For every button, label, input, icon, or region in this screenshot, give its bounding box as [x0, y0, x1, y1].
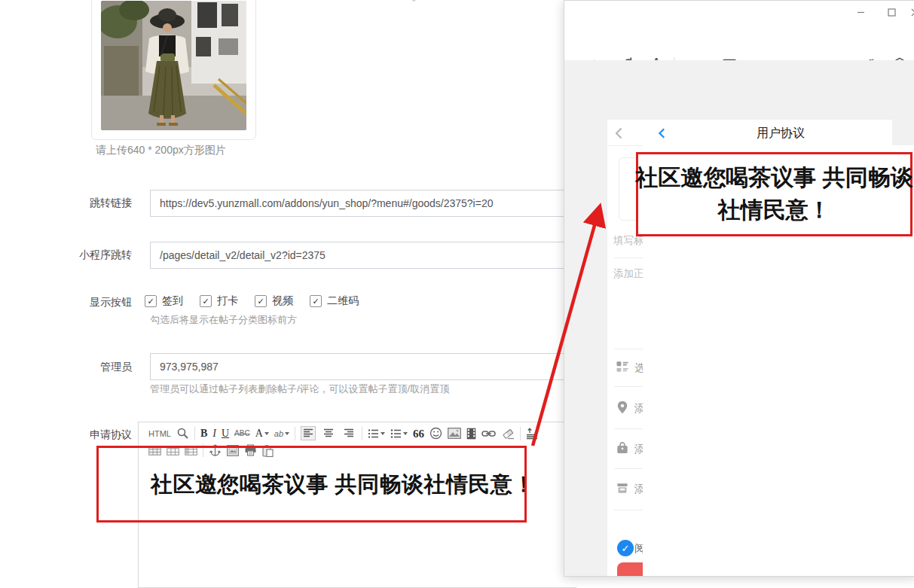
- toolbar-separator: [520, 427, 521, 440]
- checkbox-icon[interactable]: ✓: [255, 295, 267, 307]
- show-buttons-help: 勾选后将显示在帖子分类图标前方: [150, 313, 297, 327]
- italic-button[interactable]: I: [212, 427, 216, 440]
- indent-button[interactable]: [526, 428, 538, 440]
- checkbox-label: 签到: [162, 294, 183, 308]
- page-title: 用户协议: [668, 126, 894, 142]
- emoji-button[interactable]: [429, 427, 442, 440]
- jump-link-label: 跳转链接: [72, 197, 132, 210]
- location-icon[interactable]: [615, 400, 630, 418]
- ordered-list-button[interactable]: [368, 428, 385, 439]
- window-titlebar[interactable]: [564, 1, 914, 23]
- show-buttons-group: ✓ 签到 ✓ 打卡 ✓ 视频 ✓ 二维码: [145, 294, 359, 308]
- chevron-down-icon: [264, 432, 269, 435]
- checkbox-qiandao[interactable]: ✓ 签到: [145, 294, 183, 308]
- miniapp-jump-input[interactable]: /pages/detail_v2/detail_v2?id=2375: [150, 242, 573, 269]
- preview-window: A 用户协议 填写标题 添加正文 选 添: [564, 0, 914, 577]
- checkbox-label: 打卡: [217, 294, 238, 308]
- agreement-label: 申请协议: [72, 428, 132, 442]
- highlight-button[interactable]: ab: [274, 427, 289, 440]
- strikethrough-button[interactable]: ABC: [234, 427, 250, 440]
- screenshot-root: 请上传640 * 200px方形图片 ” 跳转链接 https://dev5.y…: [0, 0, 914, 588]
- back-chevron-grey-icon[interactable]: [612, 126, 627, 144]
- insert-image-button[interactable]: [448, 428, 461, 439]
- chevron-down-icon: [403, 432, 408, 435]
- store-icon[interactable]: [615, 480, 630, 498]
- annotation-text-line1: 社区邀您喝茶议事 共同畅谈: [635, 162, 912, 194]
- anchor-button[interactable]: [209, 444, 222, 457]
- category-icon[interactable]: [615, 359, 630, 377]
- checkbox-label: 视频: [272, 294, 293, 308]
- insert-link-button[interactable]: [481, 429, 496, 438]
- phone-viewport: 用户协议 填写标题 添加正文 选 添 添 添 ✓: [607, 120, 892, 577]
- close-icon[interactable]: [908, 5, 914, 19]
- checkbox-daka[interactable]: ✓ 打卡: [200, 294, 238, 308]
- align-right-button[interactable]: [341, 426, 356, 440]
- print-button[interactable]: [244, 444, 257, 456]
- checkbox-icon[interactable]: ✓: [310, 295, 322, 307]
- chevron-down-icon: [285, 432, 289, 435]
- richtext-editor: HTML B I U ABC A ab 66: [138, 422, 576, 588]
- admins-label: 管理员: [72, 361, 132, 374]
- minimize-icon[interactable]: [854, 5, 867, 19]
- editor-content[interactable]: 社区邀您喝茶议事 共同畅谈社情民意！: [139, 459, 576, 500]
- checkbox-erweima[interactable]: ✓ 二维码: [310, 294, 359, 308]
- toolbar-separator: [362, 427, 362, 440]
- window-toolbar: A: [564, 23, 914, 61]
- cropped-element: ”: [412, 0, 415, 8]
- checkbox-icon[interactable]: ✓: [145, 295, 157, 307]
- editor-toolbar-row1: HTML B I U ABC A ab 66: [139, 422, 576, 443]
- table-style-button[interactable]: [167, 446, 179, 455]
- jump-link-input[interactable]: https://dev5.yunzmall.com/addons/yun_sho…: [150, 190, 573, 217]
- table-grid-button[interactable]: [185, 446, 197, 455]
- preview-icon[interactable]: [176, 427, 189, 440]
- insert-table-button[interactable]: [148, 446, 161, 455]
- editor-toolbar-row2: [139, 443, 576, 459]
- toolbar-separator: [194, 427, 195, 440]
- annotation-box-right: 社区邀您喝茶议事 共同畅谈 社情民意！: [636, 152, 912, 236]
- checkbox-icon[interactable]: ✓: [200, 295, 212, 307]
- insert-frame-button[interactable]: [227, 445, 239, 456]
- admins-input[interactable]: 973,975,987: [150, 353, 573, 380]
- agreement-check-icon[interactable]: ✓: [617, 540, 634, 556]
- underline-button[interactable]: U: [222, 427, 229, 440]
- checkbox-label: 二维码: [327, 294, 359, 308]
- font-color-button[interactable]: A: [255, 427, 269, 440]
- remove-format-button[interactable]: [501, 428, 515, 440]
- image-upload-card[interactable]: [91, 0, 256, 140]
- blockquote-button[interactable]: 66: [413, 427, 424, 440]
- maximize-icon[interactable]: [885, 5, 898, 19]
- annotation-text-line2: 社情民意！: [718, 194, 831, 227]
- show-buttons-label: 显示按钮: [72, 296, 132, 309]
- html-source-button[interactable]: HTML: [148, 427, 171, 440]
- fashion-photo: [101, 1, 246, 130]
- unordered-list-button[interactable]: [390, 428, 408, 439]
- upload-hint: 请上传640 * 200px方形图片: [96, 144, 226, 157]
- paste-button[interactable]: [262, 444, 274, 457]
- admins-help: 管理员可以通过帖子列表删除帖子/评论，可以设置帖子置顶/取消置顶: [150, 382, 449, 396]
- miniapp-jump-label: 小程序跳转: [72, 248, 132, 262]
- insert-video-button[interactable]: [466, 428, 476, 440]
- simulator-body: 用户协议 填写标题 添加正文 选 添 添 添 ✓: [564, 60, 914, 577]
- toolbar-separator: [295, 427, 295, 440]
- bold-button[interactable]: B: [200, 427, 207, 440]
- goods-icon[interactable]: [615, 440, 630, 459]
- checkbox-shipin[interactable]: ✓ 视频: [255, 294, 293, 308]
- toolbar-separator: [203, 443, 203, 457]
- align-left-button[interactable]: [301, 426, 316, 440]
- align-center-button[interactable]: [321, 426, 336, 440]
- chevron-down-icon: [381, 432, 385, 435]
